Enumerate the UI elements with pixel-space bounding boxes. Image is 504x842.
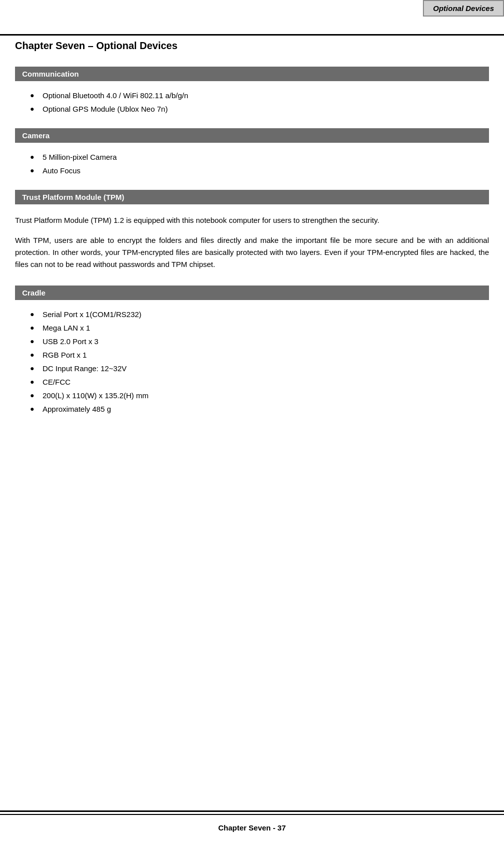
section-tpm: Trust Platform Module (TPM) Trust Platfo… [15,190,489,270]
list-item: 5 Million-pixel Camera [30,153,489,161]
section-camera: Camera 5 Million-pixel Camera Auto Focus [15,128,489,175]
section-cradle: Cradle Serial Port x 1(COM1/RS232) Mega … [15,286,489,413]
section-header-camera: Camera [15,128,489,143]
section-communication: Communication Optional Bluetooth 4.0 / W… [15,67,489,113]
list-item: USB 2.0 Port x 3 [30,337,489,346]
list-item: Serial Port x 1(COM1/RS232) [30,310,489,319]
optional-devices-tab: Optional Devices [423,0,504,17]
list-item: CE/FCC [30,378,489,386]
list-item: Auto Focus [30,166,489,175]
bottom-divider-1 [0,810,504,812]
content-area: Chapter Seven – Optional Devices Communi… [0,0,504,468]
section-header-communication: Communication [15,67,489,81]
list-item: Optional GPS Module (Ublox Neo 7n) [30,105,489,113]
tpm-paragraph-1: Trust Platform Module (TPM) 1.2 is equip… [15,214,489,226]
list-item: Mega LAN x 1 [30,324,489,332]
page-container: Optional Devices Chapter Seven – Optiona… [0,0,504,842]
list-item: Optional Bluetooth 4.0 / WiFi 802.11 a/b… [30,91,489,100]
bottom-divider-2 [0,814,504,815]
communication-list: Optional Bluetooth 4.0 / WiFi 802.11 a/b… [15,91,489,113]
section-header-cradle: Cradle [15,286,489,300]
top-divider [0,34,504,36]
section-header-tpm: Trust Platform Module (TPM) [15,190,489,204]
list-item: Approximately 485 g [30,405,489,413]
list-item: 200(L) x 110(W) x 135.2(H) mm [30,391,489,400]
list-item: RGB Port x 1 [30,351,489,359]
cradle-list: Serial Port x 1(COM1/RS232) Mega LAN x 1… [15,310,489,413]
chapter-title: Chapter Seven – Optional Devices [15,40,489,52]
tpm-paragraph-2: With TPM, users are able to encrypt the … [15,234,489,270]
footer-label: Chapter Seven - 37 [218,823,286,832]
camera-list: 5 Million-pixel Camera Auto Focus [15,153,489,175]
list-item: DC Input Range: 12~32V [30,364,489,373]
